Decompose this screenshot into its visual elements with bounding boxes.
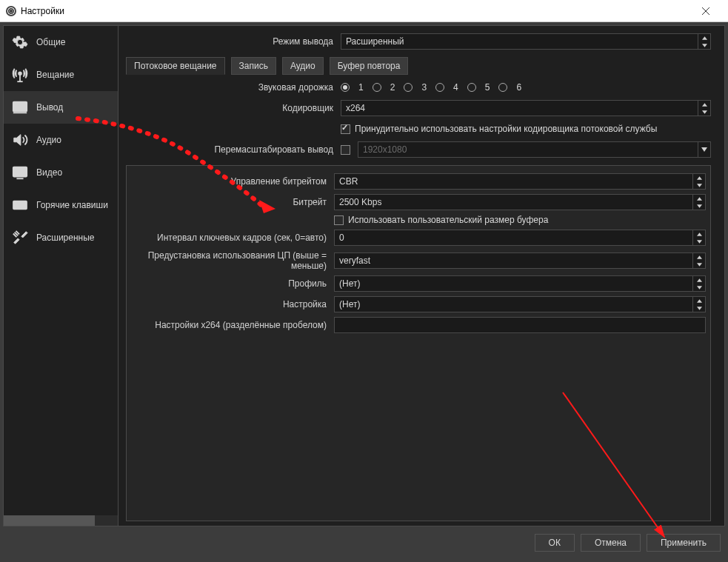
track-radio-4[interactable] bbox=[435, 83, 444, 92]
encoder-settings-box: Управление битрейтом CBR Битрейт 2500 Kb… bbox=[126, 165, 711, 521]
sidebar-item-general[interactable]: Общие bbox=[4, 26, 118, 58]
sidebar-item-label: Расширенные bbox=[36, 233, 95, 243]
sidebar-item-label: Видео bbox=[36, 167, 62, 178]
titlebar: Настройки bbox=[0, 0, 728, 22]
cpu-label: Предустановка использования ЦП (выше = м… bbox=[127, 250, 327, 271]
sidebar-item-video[interactable]: Видео bbox=[4, 156, 118, 189]
updown-icon bbox=[692, 253, 705, 268]
keyboard-icon bbox=[10, 196, 30, 214]
sidebar-scrollbar[interactable] bbox=[4, 515, 118, 526]
tab-audio[interactable]: Аудио bbox=[282, 57, 324, 75]
video-icon bbox=[10, 164, 30, 181]
sidebar-item-label: Аудио bbox=[36, 135, 61, 145]
tune-select[interactable]: (Нет) bbox=[334, 296, 706, 312]
track-radio-3[interactable] bbox=[404, 83, 413, 92]
encoder-select[interactable]: x264 bbox=[341, 100, 711, 116]
svg-rect-7 bbox=[13, 167, 27, 177]
bitrate-input[interactable]: 2500 Kbps bbox=[334, 194, 706, 210]
updown-icon bbox=[698, 34, 710, 49]
window-title: Настройки bbox=[21, 6, 689, 16]
dropdown-icon bbox=[698, 142, 710, 157]
rc-select[interactable]: CBR bbox=[334, 173, 706, 190]
svg-point-2 bbox=[19, 72, 21, 75]
updown-icon bbox=[692, 195, 705, 210]
tab-replay[interactable]: Буфер повтора bbox=[330, 57, 409, 75]
tools-icon bbox=[10, 229, 30, 247]
svg-rect-5 bbox=[13, 102, 27, 112]
tab-streaming[interactable]: Потоковое вещание bbox=[126, 57, 225, 75]
app-icon bbox=[6, 6, 16, 16]
keyint-label: Интервал ключевых кадров (сек, 0=авто) bbox=[127, 233, 327, 243]
output-mode-label: Режим вывода bbox=[126, 36, 333, 47]
sidebar-item-advanced[interactable]: Расширенные bbox=[4, 221, 118, 254]
main-panel: Режим вывода Расширенный Потоковое вещан… bbox=[118, 26, 724, 526]
updown-icon bbox=[692, 230, 705, 245]
track-radio-2[interactable] bbox=[373, 83, 381, 92]
output-mode-select[interactable]: Расширенный bbox=[341, 33, 711, 50]
updown-icon bbox=[698, 101, 710, 116]
gear-icon bbox=[10, 33, 30, 51]
track-radio-5[interactable] bbox=[467, 83, 476, 92]
sidebar-item-hotkeys[interactable]: Горячие клавиши bbox=[4, 189, 118, 221]
custom-buffer-label: Использовать пользовательский размер буф… bbox=[348, 215, 548, 225]
broadcast-icon bbox=[10, 66, 30, 84]
updown-icon bbox=[692, 276, 705, 291]
audio-icon bbox=[10, 131, 30, 149]
rc-label: Управление битрейтом bbox=[127, 176, 327, 187]
updown-icon bbox=[692, 297, 705, 312]
footer: ОК Отмена Применить bbox=[3, 526, 725, 559]
rescale-label: Перемасштабировать вывод bbox=[126, 144, 333, 155]
x264opts-input[interactable] bbox=[334, 317, 706, 333]
tab-recording[interactable]: Запись bbox=[231, 57, 276, 75]
keyint-input[interactable]: 0 bbox=[334, 230, 706, 246]
profile-select[interactable]: (Нет) bbox=[334, 275, 706, 292]
tune-label: Настройка bbox=[127, 299, 327, 310]
track-label: Звуковая дорожка bbox=[126, 82, 333, 93]
sidebar: Общие Вещание Вывод Аудио Видео Горячие … bbox=[4, 26, 118, 526]
sidebar-item-label: Общие bbox=[36, 37, 65, 47]
cancel-button[interactable]: Отмена bbox=[581, 534, 641, 552]
track-radio-1[interactable] bbox=[341, 83, 350, 92]
sidebar-item-label: Вывод bbox=[36, 102, 63, 113]
output-icon bbox=[10, 98, 30, 116]
window-close-button[interactable] bbox=[689, 0, 722, 22]
x264opts-label: Настройки x264 (разделённые пробелом) bbox=[127, 320, 327, 330]
rescale-select[interactable]: 1920x1080 bbox=[358, 141, 711, 158]
apply-button[interactable]: Применить bbox=[647, 534, 721, 552]
enforce-checkbox[interactable] bbox=[341, 124, 350, 134]
track-radio-6[interactable] bbox=[498, 83, 507, 92]
updown-icon bbox=[692, 174, 705, 189]
sidebar-item-output[interactable]: Вывод bbox=[4, 91, 118, 124]
rescale-checkbox[interactable] bbox=[341, 145, 350, 155]
custom-buffer-checkbox[interactable] bbox=[334, 215, 344, 225]
cpu-select[interactable]: veryfast bbox=[334, 252, 706, 269]
sidebar-item-label: Вещание bbox=[36, 70, 74, 80]
ok-button[interactable]: ОК bbox=[535, 534, 575, 552]
enforce-label: Принудительно использовать настройки код… bbox=[355, 124, 657, 134]
track-radio-group: 1 2 3 4 5 6 bbox=[341, 82, 521, 93]
sidebar-item-label: Горячие клавиши bbox=[36, 200, 108, 210]
encoder-label: Кодировщик bbox=[126, 103, 333, 113]
sidebar-item-audio[interactable]: Аудио bbox=[4, 124, 118, 156]
bitrate-label: Битрейт bbox=[127, 197, 327, 207]
output-tabs: Потоковое вещание Запись Аудио Буфер пов… bbox=[126, 57, 711, 75]
sidebar-item-stream[interactable]: Вещание bbox=[4, 58, 118, 91]
profile-label: Профиль bbox=[127, 278, 327, 289]
